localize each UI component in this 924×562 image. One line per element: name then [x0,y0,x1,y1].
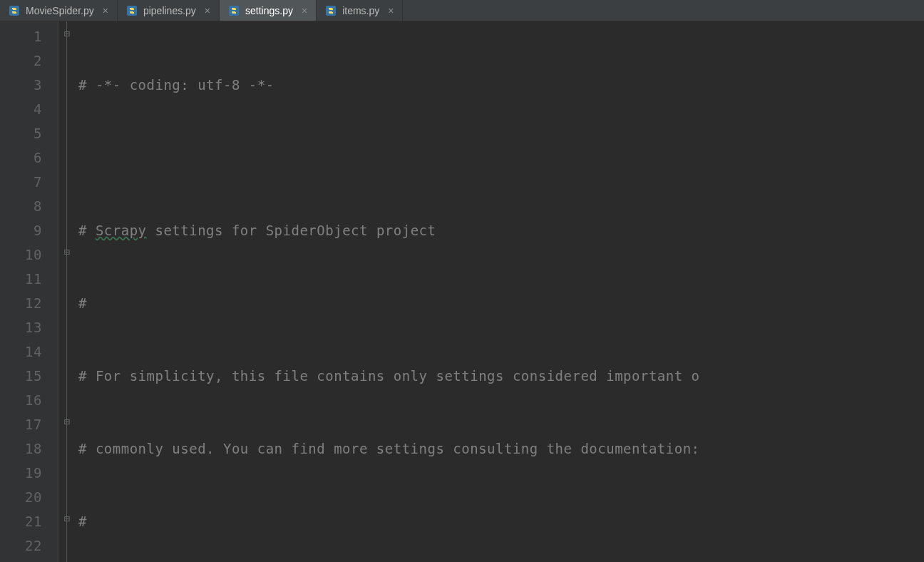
tab-label: items.py [342,5,379,16]
line-number: 16 [0,388,42,412]
tab-items[interactable]: items.py × [317,0,403,21]
code-editor[interactable]: # -*- coding: utf-8 -*- # Scrapy setting… [77,21,924,562]
close-icon[interactable]: × [103,5,108,16]
line-number: 10 [0,242,42,267]
tab-label: MovieSpider.py [26,5,94,16]
editor-area[interactable]: 12345678910111213141516171819202122 ⊟ ⊟ … [0,21,924,562]
svg-rect-1 [127,6,137,16]
line-number: 20 [0,485,42,509]
code-comment: # -*- coding: utf-8 -*- [78,77,274,93]
line-number: 17 [0,412,42,436]
fold-collapse-icon[interactable]: ⊟ [63,29,71,38]
line-number: 11 [0,267,42,291]
line-number: 8 [0,194,42,218]
code-comment: # [78,295,87,311]
fold-collapse-icon[interactable]: ⊟ [63,417,71,426]
close-icon[interactable]: × [302,5,307,16]
line-number: 19 [0,461,42,485]
code-comment: # Scrapy settings for SpiderObject proje… [78,223,436,238]
fold-gutter: ⊟ ⊟ ⊟ ⊟ [58,21,77,562]
python-file-icon [126,5,138,16]
editor-tabs: MovieSpider.py × pipelines.py × settings… [0,0,924,21]
python-file-icon [228,5,240,16]
line-number: 4 [0,97,42,121]
svg-rect-0 [9,6,19,16]
code-comment: # [78,514,87,529]
line-number: 18 [0,436,42,461]
svg-rect-2 [229,6,239,16]
line-number: 3 [0,73,42,97]
line-number: 12 [0,291,42,315]
line-number: 9 [0,218,42,242]
line-number: 2 [0,48,42,73]
code-comment: # For simplicity, this file contains onl… [78,368,700,384]
python-file-icon [9,5,20,16]
tab-pipelines[interactable]: pipelines.py × [118,0,220,21]
line-number: 1 [0,24,42,48]
python-file-icon [325,5,337,16]
tab-settings[interactable]: settings.py × [220,0,317,21]
line-number-gutter: 12345678910111213141516171819202122 [0,21,58,562]
code-comment: # commonly used. You can find more setti… [78,441,700,456]
line-number: 5 [0,121,42,145]
line-number: 7 [0,170,42,194]
line-number: 21 [0,509,42,533]
line-number: 15 [0,364,42,388]
svg-rect-3 [326,6,336,16]
close-icon[interactable]: × [388,5,394,16]
line-number: 13 [0,315,42,339]
line-number: 14 [0,339,42,364]
tab-moviespider[interactable]: MovieSpider.py × [0,0,118,21]
tab-label: settings.py [245,5,293,16]
tab-label: pipelines.py [143,5,196,16]
line-number: 6 [0,145,42,170]
fold-expand-icon[interactable]: ⊟ [63,247,71,256]
close-icon[interactable]: × [205,5,210,16]
line-number: 22 [0,533,42,558]
fold-collapse-icon[interactable]: ⊟ [63,514,71,523]
